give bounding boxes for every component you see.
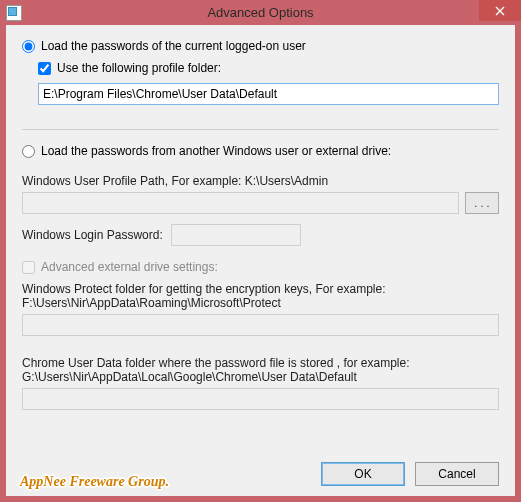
- protect-folder-input[interactable]: [22, 314, 499, 336]
- login-password-input[interactable]: [171, 224, 301, 246]
- check-external-drive-label: Advanced external drive settings:: [41, 260, 218, 274]
- content-area: Load the passwords of the current logged…: [6, 25, 515, 442]
- chrome-folder-input[interactable]: [22, 388, 499, 410]
- radio-another-user[interactable]: [22, 145, 35, 158]
- check-profile-folder-label: Use the following profile folder:: [57, 61, 221, 75]
- check-profile-folder-row[interactable]: Use the following profile folder:: [38, 61, 499, 75]
- watermark-text: AppNee Freeware Group.: [20, 474, 169, 490]
- titlebar: Advanced Options: [0, 0, 521, 25]
- radio-current-user-label: Load the passwords of the current logged…: [41, 39, 306, 53]
- radio-current-user-row[interactable]: Load the passwords of the current logged…: [22, 39, 499, 53]
- profile-folder-input[interactable]: [38, 83, 499, 105]
- close-icon: [495, 6, 505, 16]
- window-frame: Advanced Options Load the passwords of t…: [0, 0, 521, 502]
- user-profile-path-label: Windows User Profile Path, For example: …: [22, 174, 499, 188]
- dialog-buttons: OK Cancel: [321, 462, 499, 486]
- login-password-label: Windows Login Password:: [22, 228, 163, 242]
- check-external-row[interactable]: Advanced external drive settings:: [22, 260, 499, 274]
- ok-button[interactable]: OK: [321, 462, 405, 486]
- cancel-button[interactable]: Cancel: [415, 462, 499, 486]
- radio-current-user[interactable]: [22, 40, 35, 53]
- separator-1: [22, 129, 499, 130]
- window-title: Advanced Options: [0, 5, 521, 20]
- user-profile-path-input[interactable]: [22, 192, 459, 214]
- system-menu-icon[interactable]: [6, 5, 22, 21]
- browse-button[interactable]: . . .: [465, 192, 499, 214]
- check-external-drive[interactable]: [22, 261, 35, 274]
- chrome-folder-label: Chrome User Data folder where the passwo…: [22, 356, 482, 384]
- radio-another-user-row[interactable]: Load the passwords from another Windows …: [22, 144, 499, 158]
- radio-another-user-label: Load the passwords from another Windows …: [41, 144, 391, 158]
- protect-folder-label: Windows Protect folder for getting the e…: [22, 282, 482, 310]
- check-profile-folder[interactable]: [38, 62, 51, 75]
- close-button[interactable]: [479, 0, 521, 21]
